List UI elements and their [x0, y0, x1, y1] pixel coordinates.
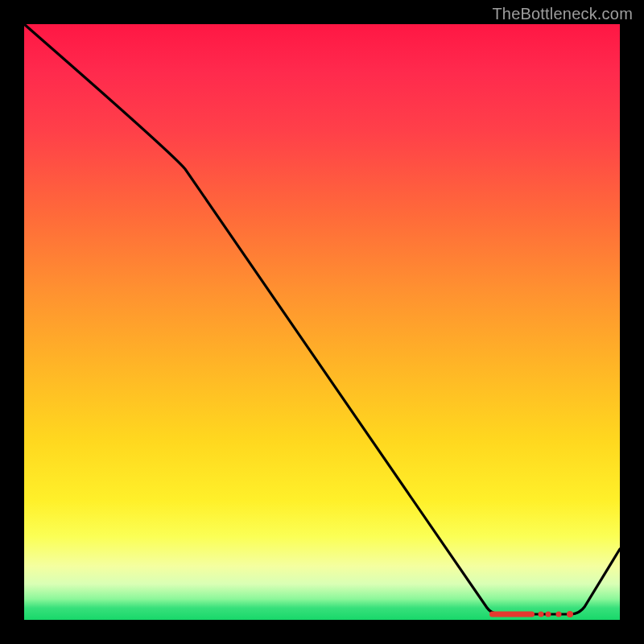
plot-area: [24, 24, 620, 620]
curve-overlay: [24, 24, 620, 620]
valley-marker-dot: [567, 611, 573, 617]
chart-frame: TheBottleneck.com: [0, 0, 644, 644]
attribution-watermark: TheBottleneck.com: [492, 5, 633, 23]
valley-marker-dot: [546, 612, 551, 617]
valley-marker-dot: [539, 612, 544, 617]
valley-marker-dot: [556, 612, 562, 617]
valley-marker-bar: [489, 612, 535, 617]
valley-marker-group: [489, 611, 573, 617]
bottleneck-curve: [24, 24, 620, 614]
